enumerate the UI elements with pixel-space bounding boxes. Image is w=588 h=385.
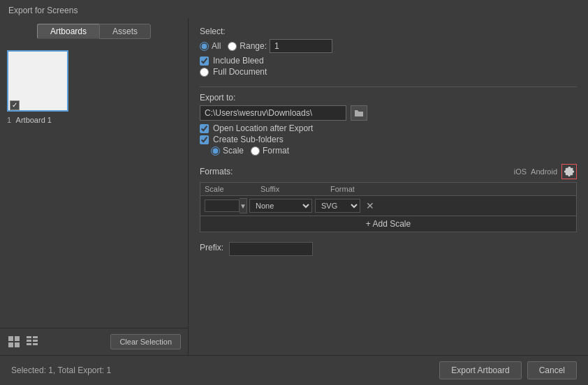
- format-radio[interactable]: [251, 146, 260, 156]
- suffix-select[interactable]: None: [249, 199, 312, 213]
- artboard-name: Artboard 1: [16, 116, 52, 124]
- format-label: Format: [263, 146, 289, 156]
- svg-rect-5: [33, 336, 38, 338]
- footer: Selected: 1, Total Export: 1 Export Artb…: [0, 355, 588, 385]
- create-subfolders-row: Create Sub-folders: [200, 135, 577, 144]
- artboard-area: 1 Artboard 1: [0, 43, 188, 328]
- add-scale-row: + Add Scale: [200, 216, 576, 232]
- scale-label: Scale: [223, 146, 244, 156]
- format-row-1: ▼ None SVG PNG JPG PDF ✕: [200, 196, 576, 216]
- svg-rect-6: [27, 340, 31, 342]
- svg-rect-8: [27, 343, 31, 345]
- artboard-index: 1: [7, 116, 11, 124]
- footer-left: Selected: 1, Total Export: 1: [11, 365, 439, 375]
- scale-radio[interactable]: [211, 146, 220, 156]
- export-to-label: Export to:: [200, 93, 577, 103]
- dialog-title: Export for Screens: [8, 6, 78, 15]
- include-bleed-checkbox[interactable]: [200, 56, 209, 66]
- tabs-row: Artboards Assets: [0, 18, 188, 43]
- select-section: Select: All Range: Include Bleed: [200, 27, 577, 81]
- range-radio-label: Range:: [240, 41, 267, 51]
- scale-field[interactable]: [205, 199, 240, 212]
- export-for-screens-dialog: Export for Screens Artboards Assets 1 Ar…: [0, 0, 588, 385]
- full-document-row: Full Document: [200, 67, 577, 77]
- scale-input-wrap: ▼: [205, 198, 247, 213]
- range-radio-group: Range:: [228, 39, 332, 53]
- range-input[interactable]: [270, 39, 332, 53]
- select-label: Select:: [200, 27, 577, 36]
- formats-col-header: Scale Suffix Format: [200, 183, 576, 196]
- svg-rect-0: [8, 336, 13, 341]
- left-panel: Artboards Assets 1 Artboard 1: [0, 18, 189, 355]
- open-location-row: Open Location after Export: [200, 123, 577, 133]
- list-view-icon[interactable]: [25, 335, 39, 349]
- all-radio-group: All: [200, 41, 221, 51]
- full-document-label: Full Document: [213, 67, 267, 77]
- svg-rect-4: [27, 336, 31, 338]
- scale-radio-group: Scale: [211, 146, 244, 156]
- col-scale-header: Scale: [205, 185, 260, 193]
- svg-rect-7: [33, 340, 38, 342]
- formats-label: Formats:: [200, 167, 233, 176]
- status-text: Selected: 1, Total Export: 1: [11, 365, 111, 375]
- open-location-checkbox[interactable]: [200, 124, 209, 133]
- tab-assets[interactable]: Assets: [99, 24, 151, 39]
- include-bleed-label: Include Bleed: [213, 56, 264, 66]
- svg-rect-3: [15, 342, 20, 347]
- formats-section: Formats: iOS Android Sc: [200, 161, 577, 232]
- col-format-header: Format: [330, 185, 572, 193]
- platform-buttons: iOS Android: [514, 164, 577, 179]
- svg-rect-1: [15, 336, 20, 341]
- prefix-input[interactable]: [229, 242, 313, 256]
- create-subfolders-checkbox[interactable]: [200, 135, 209, 144]
- scale-format-row: Scale Format: [200, 146, 577, 156]
- artboard-thumbnail-container[interactable]: [7, 50, 70, 113]
- include-bleed-row: Include Bleed: [200, 56, 577, 66]
- main-content: Artboards Assets 1 Artboard 1: [0, 18, 588, 355]
- add-scale-button[interactable]: + Add Scale: [366, 219, 411, 229]
- svg-rect-2: [8, 342, 13, 347]
- ios-button[interactable]: iOS: [514, 167, 527, 176]
- scale-dropdown-button[interactable]: ▼: [240, 198, 247, 213]
- export-to-section: Export to: Open Location after Export C: [200, 86, 577, 156]
- right-panel: Select: All Range: Include Bleed: [189, 18, 588, 355]
- view-icons: [7, 335, 39, 349]
- title-bar: Export for Screens: [0, 0, 588, 18]
- artboard-checkbox[interactable]: [10, 100, 20, 110]
- android-button[interactable]: Android: [531, 167, 557, 176]
- tab-artboards[interactable]: Artboards: [37, 24, 99, 39]
- format-select[interactable]: SVG PNG JPG PDF: [315, 199, 360, 213]
- artboard-label: 1 Artboard 1: [7, 116, 52, 124]
- col-suffix-header: Suffix: [260, 185, 330, 193]
- range-radio[interactable]: [228, 42, 237, 51]
- remove-format-button[interactable]: ✕: [366, 200, 374, 211]
- prefix-row: Prefix:: [200, 242, 577, 256]
- full-document-radio[interactable]: [200, 68, 209, 77]
- create-subfolders-label: Create Sub-folders: [213, 135, 284, 144]
- all-radio-label: All: [212, 41, 221, 51]
- left-bottom-bar: Clear Selection: [0, 328, 188, 355]
- footer-right: Export Artboard Cancel: [439, 361, 577, 379]
- open-location-label: Open Location after Export: [213, 123, 313, 133]
- export-path-input[interactable]: [200, 105, 346, 121]
- browse-folder-button[interactable]: [351, 105, 367, 121]
- formats-table: Scale Suffix Format ▼ None SVG: [200, 182, 577, 232]
- export-artboard-button[interactable]: Export Artboard: [439, 361, 521, 379]
- grid-view-icon[interactable]: [7, 335, 21, 349]
- formats-header: Formats: iOS Android: [200, 164, 577, 179]
- cancel-button[interactable]: Cancel: [527, 361, 577, 379]
- all-radio[interactable]: [200, 42, 209, 51]
- gear-settings-button[interactable]: [561, 164, 577, 179]
- export-path-row: [200, 105, 577, 121]
- clear-selection-button[interactable]: Clear Selection: [110, 334, 181, 349]
- svg-rect-9: [33, 343, 38, 345]
- format-radio-group: Format: [251, 146, 289, 156]
- prefix-label: Prefix:: [200, 243, 223, 252]
- select-radio-row: All Range:: [200, 39, 577, 53]
